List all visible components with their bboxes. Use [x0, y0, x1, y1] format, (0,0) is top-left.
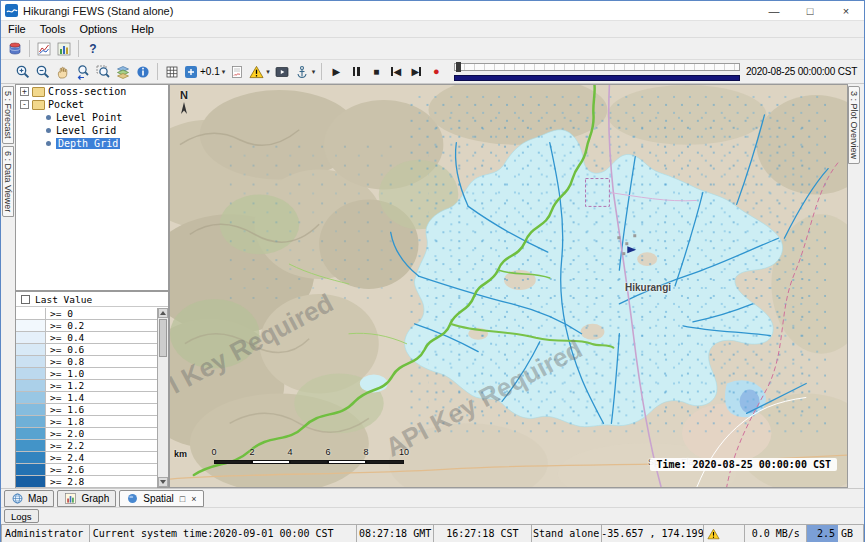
legend-swatch	[16, 428, 46, 439]
zoom-previous-button[interactable]	[73, 62, 93, 82]
grid-icon	[164, 64, 180, 80]
profile-button[interactable]	[227, 62, 247, 82]
status-memory: 2.5 GB	[806, 524, 864, 542]
scroll-down-icon[interactable]	[158, 477, 168, 487]
class-interval-dropdown[interactable]: +0.1 ▾	[182, 62, 227, 82]
collapse-toggle-icon[interactable]: -	[20, 100, 29, 109]
close-button[interactable]: ×	[828, 1, 864, 20]
legend-swatch	[16, 332, 46, 343]
tab-graph[interactable]: Graph	[57, 490, 116, 507]
menu-help[interactable]: Help	[124, 21, 161, 37]
menu-file[interactable]: File	[1, 21, 33, 37]
play-icon: ▶	[332, 67, 340, 77]
zoom-in-icon	[15, 64, 31, 80]
legend-label: >= 2.4	[46, 452, 157, 463]
zoom-extent-button[interactable]	[93, 62, 113, 82]
minimize-button[interactable]: —	[756, 1, 792, 20]
last-value-checkbox[interactable]	[21, 295, 30, 304]
tree-node-label[interactable]: Level Point	[56, 112, 122, 123]
scale-segment	[252, 460, 290, 464]
dock-tab-forecast[interactable]: 5 : Forecast	[2, 86, 14, 144]
status-user: Administrator	[1, 524, 89, 542]
record-button[interactable]: ●	[426, 62, 446, 82]
sphere-icon	[126, 492, 139, 505]
tree-node-depth-grid[interactable]: Depth Grid	[16, 137, 168, 150]
tree-node-cross-section[interactable]: + Cross-section	[16, 85, 168, 98]
dock-tab-data-viewer[interactable]: 6 : Data Viewer	[2, 146, 14, 217]
stop-icon: ■	[373, 67, 379, 77]
zoom-in-button[interactable]	[13, 62, 33, 82]
town-label: Hikurangi	[625, 282, 671, 293]
legend-scrollbar[interactable]	[157, 308, 168, 487]
interval-value: +0.1	[200, 66, 220, 77]
tree-node-label[interactable]: Level Grid	[56, 125, 116, 136]
scroll-up-icon[interactable]	[158, 308, 168, 318]
tree-node-label[interactable]: Pocket	[48, 99, 84, 110]
tree-node-level-grid[interactable]: Level Grid	[16, 124, 168, 137]
time-slider-track[interactable]	[454, 63, 740, 71]
time-slider-thumb[interactable]	[456, 62, 461, 72]
layers-icon	[115, 64, 131, 80]
legend-row: >= 1.8	[16, 416, 157, 428]
legend-label: >= 0	[46, 308, 157, 319]
expand-toggle-icon[interactable]: +	[20, 87, 29, 96]
skip-end-icon: ▶	[411, 67, 419, 77]
map-scale-bar: km 0 2 4 6 8 10	[174, 447, 424, 473]
skip-to-start-button[interactable]: ◀	[386, 62, 406, 82]
window-title: Hikurangi FEWS (Stand alone)	[23, 5, 173, 17]
stop-button[interactable]: ■	[366, 62, 386, 82]
toolbar-separator	[321, 63, 322, 80]
pause-button[interactable]	[346, 62, 366, 82]
tab-graph-label: Graph	[81, 493, 109, 504]
maximize-button[interactable]: □	[792, 1, 828, 20]
time-slider[interactable]	[454, 62, 740, 82]
timeseries-display-button[interactable]	[34, 39, 54, 59]
scale-tick: 6	[325, 447, 330, 457]
logs-button[interactable]: Logs	[4, 509, 39, 523]
scale-unit-label: km	[174, 449, 187, 459]
tree-node-level-point[interactable]: Level Point	[16, 111, 168, 124]
status-alerts[interactable]	[703, 524, 744, 542]
zoom-out-button[interactable]	[33, 62, 53, 82]
skip-to-end-button[interactable]: ▶	[406, 62, 426, 82]
legend-label: >= 2.8	[46, 476, 157, 487]
data-tree: + Cross-section - Pocket Level Point Lev…	[15, 84, 169, 291]
map-canvas[interactable]	[170, 85, 847, 487]
pane-maximize-icon[interactable]: □	[180, 494, 185, 504]
main-area: 5 : Forecast 6 : Data Viewer + Cross-sec…	[1, 84, 864, 488]
tab-spatial[interactable]: Spatial □ ×	[119, 490, 203, 507]
tree-node-label-selected[interactable]: Depth Grid	[56, 138, 120, 149]
tab-map[interactable]: Map	[4, 490, 54, 507]
movie-icon	[274, 64, 290, 80]
tree-node-pocket[interactable]: - Pocket	[16, 98, 168, 111]
legend-row: >= 0.2	[16, 320, 157, 332]
legend-swatch	[16, 452, 46, 463]
dock-tab-plot-overview[interactable]: 3 : Plot Overview	[848, 86, 860, 164]
scrollbar-thumb[interactable]	[159, 319, 167, 357]
status-mode: Stand alone	[531, 524, 601, 542]
skip-start-icon: ◀	[393, 67, 401, 77]
legend-label: >= 0.6	[46, 344, 157, 355]
layers-button[interactable]	[113, 62, 133, 82]
anchor-dropdown[interactable]: ▾	[292, 62, 318, 82]
export-animation-button[interactable]	[272, 62, 292, 82]
help-button[interactable]: ?	[83, 39, 103, 59]
menu-tools[interactable]: Tools	[33, 21, 73, 37]
tree-node-label[interactable]: Cross-section	[48, 86, 126, 97]
status-warning-icon	[707, 528, 720, 540]
status-local-time: 16:27:18 CST	[433, 524, 531, 542]
info-button[interactable]	[133, 62, 153, 82]
play-button[interactable]: ▶	[326, 62, 346, 82]
spatial-display-button[interactable]	[54, 39, 74, 59]
record-icon: ●	[433, 66, 440, 77]
database-button[interactable]	[5, 39, 25, 59]
menu-options[interactable]: Options	[72, 21, 124, 37]
legend-row: >= 1.4	[16, 392, 157, 404]
grid-display-button[interactable]	[162, 62, 182, 82]
map-viewport[interactable]: N API Key Required API Key Required Hiku…	[169, 84, 848, 488]
legend-row: >= 0.6	[16, 344, 157, 356]
explorer-panel: + Cross-section - Pocket Level Point Lev…	[15, 84, 169, 488]
pan-button[interactable]	[53, 62, 73, 82]
warnings-dropdown[interactable]: ▾	[247, 62, 272, 82]
pane-close-icon[interactable]: ×	[191, 494, 196, 504]
